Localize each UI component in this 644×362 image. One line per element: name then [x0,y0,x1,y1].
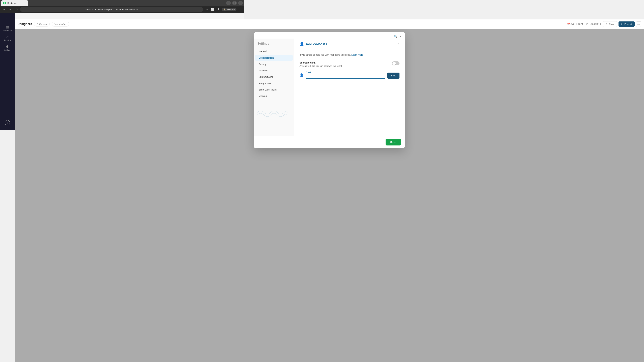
bookmark-icon[interactable]: ☆ [204,7,209,12]
sidebar-analytics-label: Analytics [4,39,11,41]
new-interface-button[interactable]: New interface [52,22,69,26]
sidebar-item-settings[interactable]: ⚙ Settings [0,43,15,52]
modal-overlay: 🔍 × Settings General Collaboration [15,29,244,137]
restore-button[interactable]: ❐ [232,1,237,5]
extensions-icon[interactable]: ⬜ [210,7,215,12]
tab-close-button[interactable]: × [25,2,26,4]
help-button[interactable]: ? [5,120,10,125]
settings-icon: ⚙ [6,44,9,49]
page-title: Designers [18,22,32,26]
upgrade-icon: ⬆ [36,23,38,25]
address-bar: ← → ↻ ☆ ⬜ ⬇ 🕵 Incognito ⋮ [0,6,244,13]
tab-title: Designers [8,2,17,4]
new-interface-label: New interface [54,23,67,25]
address-actions: ☆ ⬜ ⬇ 🕵 Incognito ⋮ [204,7,242,12]
active-tab[interactable]: S Designers × [1,0,28,6]
new-tab-button[interactable]: + [29,1,34,5]
menu-icon[interactable]: ⋮ [238,7,242,12]
address-input[interactable] [20,7,203,12]
upgrade-button[interactable]: ⬆ Upgrade [34,22,50,26]
upgrade-label: Upgrade [39,23,48,25]
sidebar-interactions-label: Interactions [3,29,12,31]
left-sidebar: ← ▦ Interactions ↗ Analytics ⚙ Settings … [0,13,15,130]
app-area: ← ▦ Interactions ↗ Analytics ⚙ Settings … [0,13,244,130]
tab-favicon: S [3,2,6,4]
interactions-icon: ▦ [6,25,9,29]
main-content: 🔍 × Settings General Collaboration [15,29,244,137]
back-button[interactable]: ← [2,7,7,12]
close-window-button[interactable]: × [238,1,243,5]
sidebar-item-analytics[interactable]: ↗ Analytics [0,33,15,42]
forward-button[interactable]: → [8,7,13,12]
sidebar-item-interactions[interactable]: ▦ Interactions [0,23,15,33]
tab-bar: S Designers × + — ❐ × [0,0,244,6]
top-bar: Designers ⬆ Upgrade New interface 📅 Oct … [15,19,244,29]
analytics-icon: ↗ [6,35,9,39]
minimize-button[interactable]: — [226,1,231,5]
reload-button[interactable]: ↻ [14,7,19,12]
download-icon[interactable]: ⬇ [216,7,221,12]
incognito-badge: 🕵 Incognito [222,8,236,11]
sidebar-back-button[interactable]: ← [4,15,11,21]
sidebar-settings-label: Settings [4,49,10,51]
